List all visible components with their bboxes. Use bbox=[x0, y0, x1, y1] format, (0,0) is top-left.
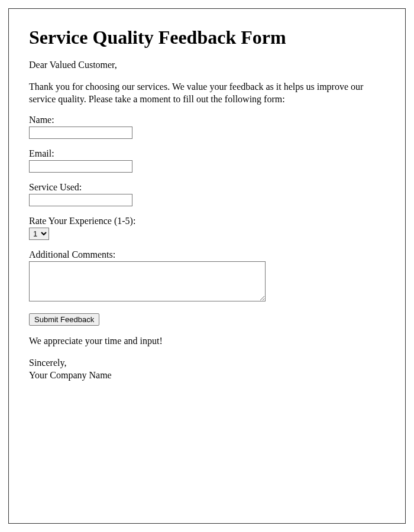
service-field-group: Service Used: bbox=[29, 182, 385, 206]
rating-select[interactable]: 12345 bbox=[29, 228, 49, 240]
greeting-text: Dear Valued Customer, bbox=[29, 59, 385, 72]
form-page: Service Quality Feedback Form Dear Value… bbox=[8, 8, 406, 524]
name-input[interactable] bbox=[29, 126, 132, 139]
email-label: Email: bbox=[29, 148, 385, 159]
company-name: Your Company Name bbox=[29, 370, 112, 380]
comments-textarea[interactable] bbox=[29, 261, 266, 301]
email-field-group: Email: bbox=[29, 148, 385, 173]
signoff-text: Sincerely, bbox=[29, 358, 66, 368]
signoff-block: Sincerely, Your Company Name bbox=[29, 357, 385, 382]
service-input[interactable] bbox=[29, 194, 132, 206]
name-field-group: Name: bbox=[29, 115, 385, 139]
comments-field-group: Additional Comments: bbox=[29, 249, 385, 304]
comments-label: Additional Comments: bbox=[29, 249, 385, 260]
service-label: Service Used: bbox=[29, 182, 385, 193]
email-input[interactable] bbox=[29, 160, 132, 173]
name-label: Name: bbox=[29, 115, 385, 125]
submit-group: Submit Feedback bbox=[29, 313, 385, 326]
rating-field-group: Rate Your Experience (1-5): 12345 bbox=[29, 216, 385, 240]
intro-text: Thank you for choosing our services. We … bbox=[29, 81, 385, 106]
rating-label: Rate Your Experience (1-5): bbox=[29, 216, 385, 226]
appreciation-text: We appreciate your time and input! bbox=[29, 335, 385, 348]
page-title: Service Quality Feedback Form bbox=[29, 27, 385, 48]
submit-button[interactable]: Submit Feedback bbox=[29, 313, 99, 326]
